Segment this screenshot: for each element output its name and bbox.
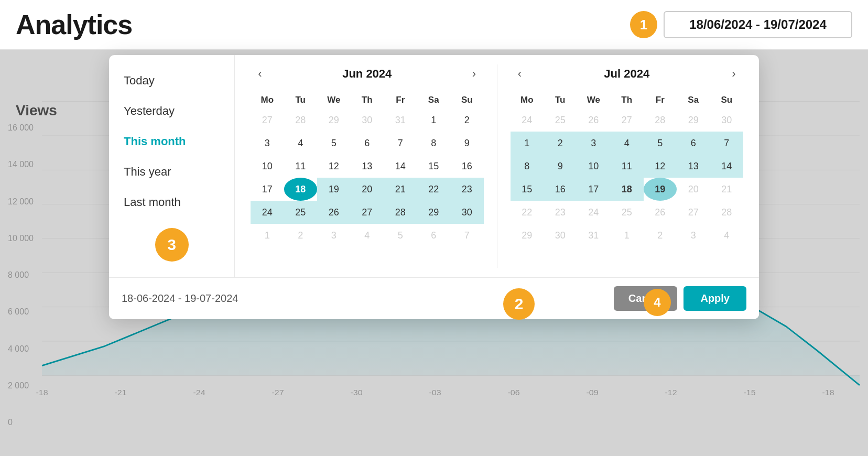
calendar-day[interactable]: 7 xyxy=(710,132,744,155)
calendar-day[interactable]: 29 xyxy=(511,224,544,247)
calendar-day[interactable]: 1 xyxy=(610,224,644,247)
calendar-day[interactable]: 4 xyxy=(610,132,644,155)
calendar-july-next-button[interactable]: › xyxy=(724,64,743,83)
calendar-day[interactable]: 28 xyxy=(710,201,744,224)
quick-item-last-month[interactable]: Last month xyxy=(109,187,234,218)
calendar-day[interactable]: 20 xyxy=(677,178,710,201)
calendar-day[interactable]: 29 xyxy=(317,108,351,132)
datepicker-footer: 18-06-2024 - 19-07-2024 4 Cancel Apply xyxy=(109,277,759,319)
calendar-day[interactable]: 21 xyxy=(710,178,744,201)
calendar-day[interactable]: 28 xyxy=(384,201,417,224)
calendar-day[interactable]: 16 xyxy=(544,178,577,201)
calendar-day[interactable]: 11 xyxy=(610,155,644,178)
calendar-prev-button[interactable]: ‹ xyxy=(251,64,269,83)
calendar-day[interactable]: 17 xyxy=(577,178,611,201)
calendar-next-button[interactable]: › xyxy=(464,64,483,83)
calendar-day[interactable]: 2 xyxy=(450,108,484,132)
calendar-day[interactable]: 21 xyxy=(384,178,417,201)
calendar-day[interactable]: 30 xyxy=(710,108,744,132)
calendar-day[interactable]: 14 xyxy=(710,155,744,178)
calendar-day[interactable]: 5 xyxy=(644,132,677,155)
calendar-day[interactable]: 6 xyxy=(351,132,384,155)
calendar-day[interactable]: 1 xyxy=(251,224,284,247)
calendar-day[interactable]: 16 xyxy=(450,155,484,178)
calendar-day[interactable]: 3 xyxy=(317,224,351,247)
quick-item-today[interactable]: Today xyxy=(109,66,234,96)
calendar-day[interactable]: 9 xyxy=(544,155,577,178)
calendar-day[interactable]: 5 xyxy=(384,224,417,247)
calendar-day[interactable]: 8 xyxy=(511,155,544,178)
calendar-day[interactable]: 13 xyxy=(677,155,710,178)
calendar-day[interactable]: 22 xyxy=(511,201,544,224)
calendar-day[interactable]: 4 xyxy=(351,224,384,247)
calendar-day[interactable]: 10 xyxy=(251,155,284,178)
date-range-button[interactable]: 1 18/06/2024 - 19/07/2024 xyxy=(630,11,852,38)
quick-item-this-month[interactable]: This month xyxy=(109,126,234,157)
calendar-day[interactable]: 12 xyxy=(644,155,677,178)
calendar-day[interactable]: 17 xyxy=(251,178,284,201)
calendar-day[interactable]: 27 xyxy=(251,108,284,132)
calendar-day[interactable]: 19 xyxy=(317,178,351,201)
calendar-day[interactable]: 3 xyxy=(577,132,611,155)
calendar-divider xyxy=(497,64,497,268)
calendar-day[interactable]: 3 xyxy=(251,132,284,155)
calendar-day[interactable]: 14 xyxy=(384,155,417,178)
calendar-day[interactable]: 18 xyxy=(610,178,644,201)
calendar-day[interactable]: 5 xyxy=(317,132,351,155)
calendar-day[interactable]: 1 xyxy=(511,132,544,155)
calendar-day[interactable]: 4 xyxy=(284,132,318,155)
calendar-day[interactable]: 31 xyxy=(577,224,611,247)
calendar-day[interactable]: 27 xyxy=(677,201,710,224)
calendar-day[interactable]: 24 xyxy=(577,201,611,224)
calendar-day[interactable]: 8 xyxy=(417,132,451,155)
calendar-day[interactable]: 7 xyxy=(450,224,484,247)
calendar-day[interactable]: 4 xyxy=(710,224,744,247)
calendar-day[interactable]: 10 xyxy=(577,155,611,178)
calendar-day[interactable]: 6 xyxy=(677,132,710,155)
calendar-day[interactable]: 25 xyxy=(284,201,318,224)
calendar-day[interactable]: 26 xyxy=(577,108,611,132)
calendar-day[interactable]: 24 xyxy=(251,201,284,224)
calendar-day[interactable]: 2 xyxy=(284,224,318,247)
calendar-day[interactable]: 6 xyxy=(417,224,451,247)
calendar-july-prev-button[interactable]: ‹ xyxy=(511,64,529,83)
calendar-day[interactable]: 29 xyxy=(417,201,451,224)
calendar-day[interactable]: 30 xyxy=(544,224,577,247)
calendar-day[interactable]: 24 xyxy=(511,108,544,132)
calendar-day[interactable]: 23 xyxy=(450,178,484,201)
col-header-su: Su xyxy=(710,92,744,108)
quick-item-this-year[interactable]: This year xyxy=(109,157,234,187)
calendar-day[interactable]: 29 xyxy=(677,108,710,132)
calendar-day[interactable]: 27 xyxy=(351,201,384,224)
calendar-day[interactable]: 19 xyxy=(644,178,677,201)
calendar-day[interactable]: 27 xyxy=(610,108,644,132)
calendar-day[interactable]: 13 xyxy=(351,155,384,178)
calendar-day[interactable]: 18 xyxy=(284,178,318,201)
calendar-day[interactable]: 30 xyxy=(450,201,484,224)
date-range-display[interactable]: 18/06/2024 - 19/07/2024 xyxy=(664,11,852,38)
col-header-tu: Tu xyxy=(284,92,318,108)
calendar-day[interactable]: 31 xyxy=(384,108,417,132)
calendar-day[interactable]: 15 xyxy=(417,155,451,178)
calendar-day[interactable]: 2 xyxy=(644,224,677,247)
quick-item-yesterday[interactable]: Yesterday xyxy=(109,96,234,126)
calendar-day[interactable]: 1 xyxy=(417,108,451,132)
calendar-day[interactable]: 26 xyxy=(644,201,677,224)
calendar-day[interactable]: 7 xyxy=(384,132,417,155)
calendar-day[interactable]: 20 xyxy=(351,178,384,201)
calendar-day[interactable]: 3 xyxy=(677,224,710,247)
calendar-day[interactable]: 22 xyxy=(417,178,451,201)
calendar-day[interactable]: 15 xyxy=(511,178,544,201)
calendar-day[interactable]: 11 xyxy=(284,155,318,178)
calendar-day[interactable]: 28 xyxy=(644,108,677,132)
calendar-day[interactable]: 23 xyxy=(544,201,577,224)
calendar-day[interactable]: 25 xyxy=(544,108,577,132)
calendar-day[interactable]: 30 xyxy=(351,108,384,132)
calendar-day[interactable]: 2 xyxy=(544,132,577,155)
calendar-day[interactable]: 25 xyxy=(610,201,644,224)
calendar-day[interactable]: 26 xyxy=(317,201,351,224)
calendar-day[interactable]: 9 xyxy=(450,132,484,155)
calendar-day[interactable]: 12 xyxy=(317,155,351,178)
apply-button[interactable]: Apply xyxy=(683,286,746,311)
calendar-day[interactable]: 28 xyxy=(284,108,318,132)
